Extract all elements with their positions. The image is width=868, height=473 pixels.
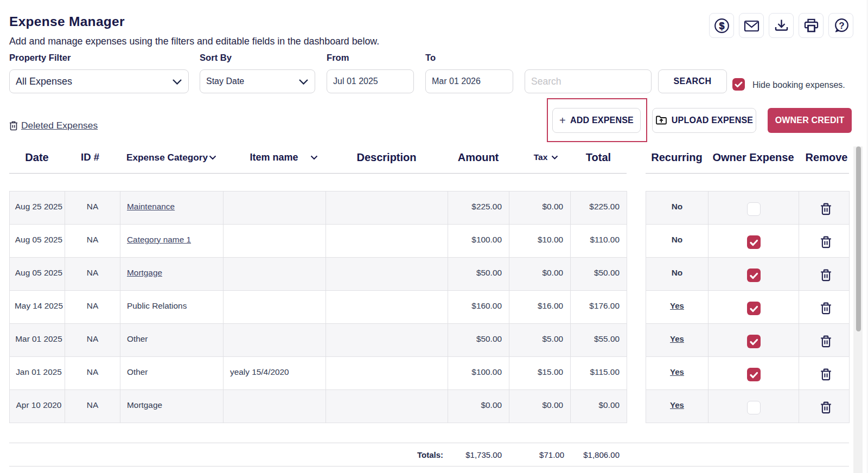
svg-text:?: ? xyxy=(839,20,844,30)
svg-text:$: $ xyxy=(719,21,724,31)
